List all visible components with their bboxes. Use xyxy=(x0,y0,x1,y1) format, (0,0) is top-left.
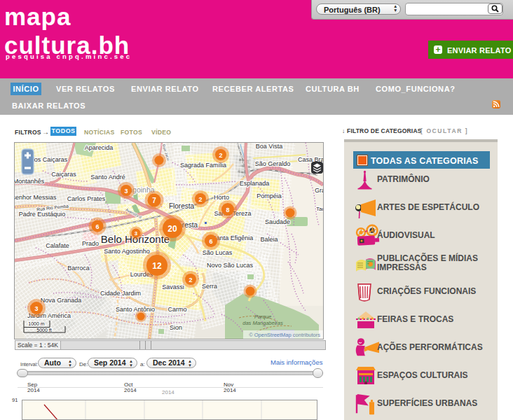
svg-text:2: 2 xyxy=(189,276,192,284)
svg-text:6: 6 xyxy=(95,223,99,230)
svg-text:Taq: Taq xyxy=(316,206,323,212)
svg-text:Calafate: Calafate xyxy=(46,242,69,249)
svg-text:3: 3 xyxy=(124,188,128,195)
svg-text:Floresta: Floresta xyxy=(169,202,195,210)
svg-text:5000 ft: 5000 ft xyxy=(36,328,51,332)
svg-text:Aparecida: Aparecida xyxy=(85,144,114,151)
svg-text:Montanhês: Montanhês xyxy=(15,178,45,185)
svg-text:Sion: Sion xyxy=(170,324,182,331)
svg-text:Boa Vista: Boa Vista xyxy=(256,143,282,150)
svg-text:7: 7 xyxy=(152,197,156,204)
svg-text:São Lucas: São Lucas xyxy=(203,249,233,256)
svg-text:das Mangabeiras: das Mangabeiras xyxy=(242,320,283,326)
svg-text:Pompéia: Pompéia xyxy=(256,192,282,200)
svg-text:2: 2 xyxy=(198,196,202,203)
svg-text:Cidade Jardim: Cidade Jardim xyxy=(100,290,141,297)
svg-text:Horto: Horto xyxy=(214,194,229,201)
svg-text:2: 2 xyxy=(219,152,222,159)
svg-text:Carmo: Carmo xyxy=(167,306,186,313)
svg-text:Nova Granada: Nova Granada xyxy=(41,297,82,304)
svg-text:senhor Messias: senhor Messias xyxy=(15,194,57,201)
svg-text:12: 12 xyxy=(152,261,162,271)
svg-text:Barroca: Barroca xyxy=(67,265,90,272)
svg-text:6: 6 xyxy=(209,238,212,245)
svg-text:dos Caiçaras: dos Caiçaras xyxy=(31,156,68,163)
svg-text:Serra: Serra xyxy=(202,283,217,290)
svg-text:Esplanada: Esplanada xyxy=(240,180,270,187)
svg-text:Savassi: Savassi xyxy=(162,284,184,290)
svg-text:Prado: Prado xyxy=(82,240,99,247)
svg-text:Saudade: Saudade xyxy=(265,218,290,225)
svg-text:20: 20 xyxy=(167,224,177,234)
svg-text:Granja de: Granja de xyxy=(315,187,323,194)
svg-text:3: 3 xyxy=(135,230,138,237)
svg-text:Santo Agostinho: Santo Agostinho xyxy=(104,248,150,255)
svg-text:8: 8 xyxy=(226,206,229,214)
svg-text:1000 m: 1000 m xyxy=(28,321,45,326)
svg-text:Carlos Prates: Carlos Prates xyxy=(67,195,106,202)
svg-text:Caiçaras: Caiçaras xyxy=(51,171,76,178)
svg-text:São Geraldo: São Geraldo xyxy=(255,160,291,167)
svg-text:Santo André: Santo André xyxy=(90,174,125,181)
svg-text:Santo Antônio: Santo Antônio xyxy=(116,306,155,313)
svg-text:3: 3 xyxy=(34,305,38,312)
svg-text:Baleia: Baleia xyxy=(260,236,278,243)
svg-text:Padre Eustáquio: Padre Eustáquio xyxy=(19,211,66,218)
svg-text:© OpenStreetMap contributors: © OpenStreetMap contributors xyxy=(249,332,320,338)
svg-text:Novo São Lucas: Novo São Lucas xyxy=(207,262,254,269)
svg-text:Parque: Parque xyxy=(254,314,271,320)
